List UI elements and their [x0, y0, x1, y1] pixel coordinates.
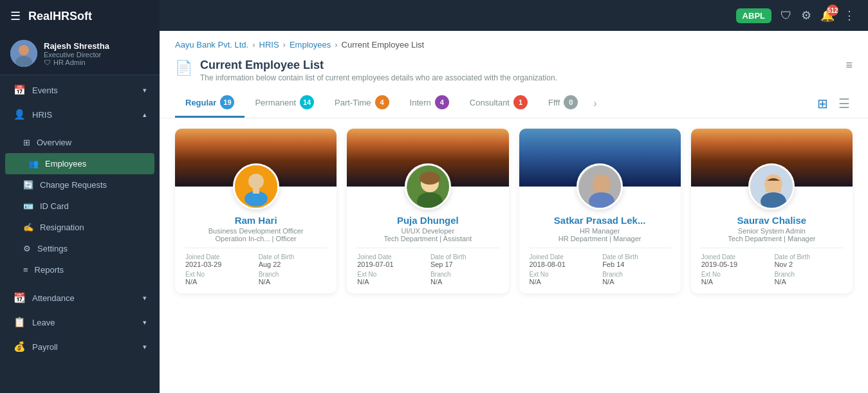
page-subtitle: The information below contain list of cu… [200, 73, 557, 82]
card-details: Joined Date 2019-07-01 Date of Birth Sep… [356, 253, 499, 286]
employee-dept: Operation In-ch... | Officer [184, 235, 328, 242]
joined-label: Joined Date [185, 253, 254, 260]
hris-subnav: ⊞ Overview 👥 Employees 🔄 Change Requests… [0, 129, 160, 283]
user-name: Rajesh Shrestha [44, 41, 109, 51]
employee-dept: Tech Department | Assistant [356, 235, 499, 242]
employee-card[interactable]: Saurav Chalise Senior System Admin Tech … [691, 129, 853, 293]
employee-card[interactable]: Satkar Prasad Lek... HR Manager HR Depar… [519, 129, 681, 293]
page-header: 📄 Current Employee List The information … [160, 50, 868, 89]
tab-scroll-right-icon[interactable]: › [588, 91, 602, 116]
card-body: Ram Hari Business Development Officer Op… [175, 210, 337, 293]
branch-value: N/A [259, 278, 327, 286]
sidebar-item-events[interactable]: 📅 Events ▾ [0, 78, 160, 102]
employees-icon: 👥 [28, 159, 39, 169]
svg-rect-14 [594, 187, 609, 192]
svg-point-17 [761, 192, 786, 210]
sidebar-item-overview[interactable]: ⊞ Overview [0, 132, 160, 153]
sidebar: ☰ RealHRSoft Rajesh Shrestha Executive D… [0, 0, 160, 393]
sidebar-item-change-requests[interactable]: 🔄 Change Requests [0, 174, 160, 196]
breadcrumb: Aayu Bank Pvt. Ltd. › HRIS › Employees ›… [160, 31, 868, 50]
svg-rect-6 [253, 187, 259, 194]
sidebar-item-leave[interactable]: 📋 Leave ▾ [0, 310, 160, 334]
avatar [748, 163, 795, 210]
svg-point-9 [417, 192, 443, 210]
tab-permanent[interactable]: Permanent 14 [245, 89, 324, 118]
employee-role: UI/UX Developer [356, 227, 499, 235]
events-icon: 📅 [13, 84, 26, 96]
view-toggle: ⊞ ☰ [815, 93, 853, 114]
org-badge: ABPL [736, 8, 771, 23]
card-details: Joined Date 2019-05-19 Date of Birth Nov… [700, 253, 844, 286]
leave-icon: 📋 [13, 316, 26, 328]
user-role: 🛡 HR Admin [44, 59, 109, 66]
employee-name: Saurav Chalise [700, 215, 844, 226]
resignation-icon: ✍ [23, 223, 33, 232]
breadcrumb-org[interactable]: Aayu Bank Pvt. Ltd. [175, 40, 248, 50]
chevron-down-icon: ▾ [143, 318, 147, 327]
topbar: ABPL 🛡 ⚙ 🔔 512 ⋮ [160, 0, 868, 31]
tabs-bar: Regular 19 Permanent 14 Part-Time 4 Inte… [160, 89, 868, 118]
overview-icon: ⊞ [23, 138, 30, 147]
employee-card[interactable]: Ram Hari Business Development Officer Op… [175, 129, 337, 293]
employee-role: Senior System Admin [700, 227, 844, 235]
tab-consultant[interactable]: Consultant 1 [459, 89, 538, 118]
filter-icon[interactable]: ≡ [845, 59, 853, 72]
breadcrumb-employees[interactable]: Employees [290, 40, 331, 50]
page-title: Current Employee List [200, 59, 557, 72]
sidebar-item-reports[interactable]: ≡ Reports [0, 259, 160, 280]
chevron-down-icon: ▾ [143, 294, 147, 302]
tab-ffff-count: 0 [564, 95, 578, 109]
settings-icon[interactable]: ⚙ [801, 8, 811, 23]
grid-view-icon[interactable]: ⊞ [815, 93, 831, 114]
employee-role: Business Development Officer [184, 227, 328, 235]
tab-intern[interactable]: Intern 4 [400, 89, 459, 118]
svg-rect-18 [766, 187, 781, 192]
card-avatar-wrapper [347, 163, 508, 210]
sidebar-item-hris[interactable]: 👤 HRIS ▴ [0, 102, 160, 127]
avatar [405, 163, 451, 210]
employee-name: Ram Hari [184, 215, 328, 226]
content-area: Aayu Bank Pvt. Ltd. › HRIS › Employees ›… [160, 31, 868, 393]
dob-value: Aug 22 [259, 260, 327, 268]
hamburger-icon[interactable]: ☰ [10, 9, 21, 23]
page-icon: 📄 [175, 60, 192, 77]
sidebar-item-settings[interactable]: ⚙ Settings [0, 238, 160, 259]
more-options-icon[interactable]: ⋮ [844, 8, 855, 23]
employee-name: Satkar Prasad Lek... [528, 215, 672, 226]
sidebar-item-payroll[interactable]: 💰 Payroll ▾ [0, 334, 160, 359]
card-body: Puja Dhungel UI/UX Developer Tech Depart… [347, 210, 508, 293]
list-view-icon[interactable]: ☰ [836, 93, 853, 114]
card-body: Satkar Prasad Lek... HR Manager HR Depar… [519, 210, 681, 293]
tab-consultant-count: 1 [513, 95, 528, 109]
sidebar-item-id-card[interactable]: 🪪 ID Card [0, 196, 160, 217]
card-avatar-wrapper [691, 163, 853, 210]
ext-label: Ext No [185, 271, 254, 278]
svg-point-13 [589, 192, 614, 210]
card-details: Joined Date 2021-03-29 Date of Birth Aug… [184, 253, 328, 286]
svg-point-10 [420, 172, 440, 185]
employee-dept: HR Department | Manager [528, 235, 672, 242]
sidebar-item-resignation[interactable]: ✍ Resignation [0, 217, 160, 238]
tab-part-time[interactable]: Part-Time 4 [324, 89, 400, 118]
attendance-icon: 📆 [13, 292, 26, 304]
payroll-icon: 💰 [13, 341, 26, 352]
shield-icon[interactable]: 🛡 [780, 9, 792, 23]
id-card-icon: 🪪 [23, 201, 33, 211]
tab-ffff[interactable]: Ffff 0 [538, 89, 588, 118]
employee-card[interactable]: Puja Dhungel UI/UX Developer Tech Depart… [347, 129, 508, 293]
card-details: Joined Date 2018-08-01 Date of Birth Feb… [528, 253, 672, 286]
tab-intern-count: 4 [435, 95, 449, 109]
avatar [233, 163, 279, 210]
tab-regular-count: 19 [220, 95, 234, 109]
breadcrumb-hris[interactable]: HRIS [259, 40, 279, 50]
notification-icon[interactable]: 🔔 512 [820, 8, 835, 23]
card-avatar-wrapper [519, 163, 681, 210]
tab-regular[interactable]: Regular 19 [175, 89, 245, 118]
sidebar-item-employees[interactable]: 👥 Employees [5, 153, 154, 174]
app-title: RealHRSoft [28, 10, 92, 23]
chevron-up-icon: ▴ [143, 111, 147, 119]
chevron-down-icon: ▾ [143, 86, 147, 95]
sidebar-item-attendance[interactable]: 📆 Attendance ▾ [0, 286, 160, 310]
tab-parttime-count: 4 [375, 95, 389, 109]
user-title: Executive Director [44, 51, 109, 59]
